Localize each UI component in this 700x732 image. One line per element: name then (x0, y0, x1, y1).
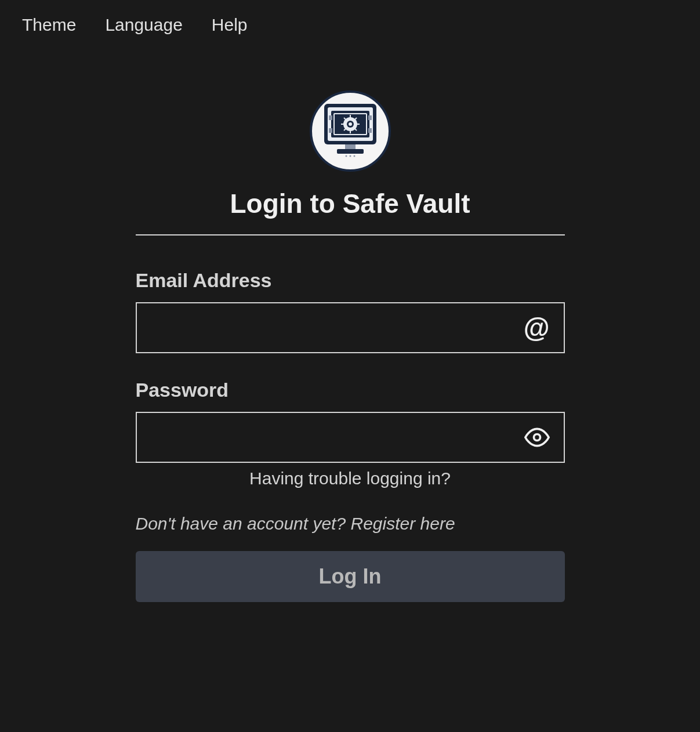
password-label: Password (136, 379, 565, 401)
eye-icon[interactable] (524, 425, 550, 450)
password-input-wrap (136, 412, 565, 463)
login-container: Login to Safe Vault Email Address @ Pass… (136, 90, 565, 602)
email-field-group: Email Address @ (136, 269, 565, 353)
password-field-group: Password (136, 379, 565, 463)
trouble-logging-in-link[interactable]: Having trouble logging in? (249, 469, 451, 488)
svg-point-24 (534, 434, 540, 441)
svg-rect-15 (329, 115, 332, 120)
email-label: Email Address (136, 269, 565, 292)
svg-point-21 (345, 155, 347, 157)
page-title: Login to Safe Vault (136, 188, 565, 235)
email-input-wrap: @ (136, 302, 565, 353)
help-menu[interactable]: Help (212, 15, 248, 35)
svg-point-23 (353, 155, 355, 157)
theme-menu[interactable]: Theme (22, 15, 76, 35)
svg-rect-20 (337, 149, 364, 154)
email-field[interactable] (136, 302, 565, 353)
svg-point-22 (349, 155, 351, 157)
vault-monitor-icon (320, 100, 381, 162)
topbar: Theme Language Help (0, 0, 700, 50)
password-field[interactable] (136, 412, 565, 463)
login-button[interactable]: Log In (136, 551, 565, 602)
svg-rect-19 (345, 144, 356, 149)
language-menu[interactable]: Language (105, 15, 182, 35)
svg-point-6 (349, 122, 352, 126)
app-logo (310, 90, 391, 172)
register-link[interactable]: Don't have an account yet? Register here (136, 514, 565, 534)
at-icon: @ (524, 314, 550, 341)
svg-rect-17 (368, 115, 372, 120)
svg-rect-18 (368, 128, 372, 133)
svg-rect-16 (329, 128, 332, 133)
